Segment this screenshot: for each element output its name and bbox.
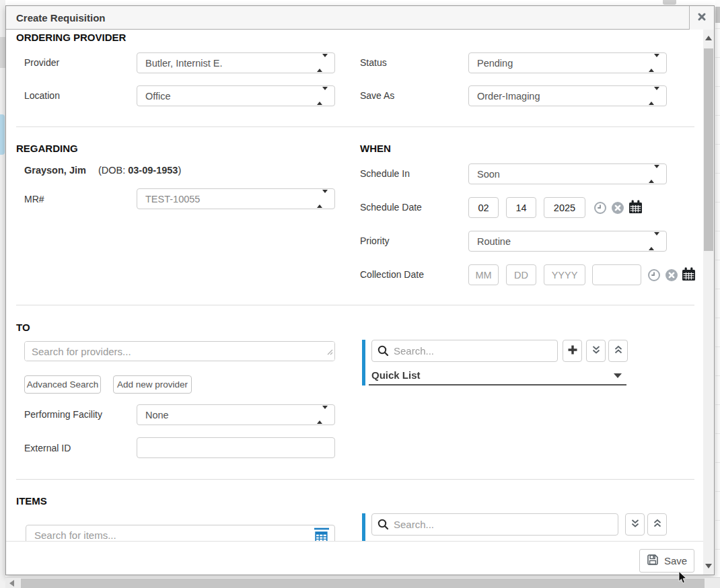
add-new-provider-button[interactable]: Add new provider — [113, 375, 192, 394]
save-icon — [647, 554, 659, 568]
to-heading: TO — [16, 322, 30, 333]
schedule-in-select[interactable]: Soon — [468, 163, 667, 184]
performing-facility-select[interactable]: None — [137, 404, 335, 425]
schedule-in-select-value: Soon — [477, 169, 500, 180]
schedule-date-day-input[interactable] — [506, 197, 536, 218]
items-quick-search-input[interactable] — [371, 513, 618, 536]
dialog-header: Create Requisition — [6, 6, 714, 30]
priority-label: Priority — [360, 235, 390, 246]
section-divider — [16, 305, 694, 305]
background-fragment — [715, 7, 720, 23]
dob-value: 03-09-1953 — [128, 165, 178, 176]
save-as-label: Save As — [360, 90, 394, 101]
provider-select[interactable]: Butler, Internist E. — [137, 52, 335, 73]
double-chevron-down-icon — [591, 344, 602, 358]
status-select-value: Pending — [477, 58, 513, 69]
to-panel-accent-bar — [362, 340, 365, 385]
save-button[interactable]: Save — [639, 549, 694, 573]
items-table-icon[interactable] — [314, 527, 330, 541]
horizontal-scrollbar-thumb[interactable] — [21, 579, 705, 588]
to-expand-all-button[interactable] — [586, 340, 606, 362]
mouse-cursor — [678, 571, 688, 587]
provider-select-value: Butler, Internist E. — [145, 58, 222, 69]
schedule-date-calendar-icon[interactable] — [628, 200, 643, 217]
add-provider-to-list-button[interactable] — [563, 340, 582, 362]
provider-search-textarea[interactable] — [24, 341, 335, 361]
search-icon — [377, 345, 389, 359]
advanced-search-button[interactable]: Advanced Search — [24, 375, 101, 394]
section-divider — [16, 479, 694, 480]
dob-close: ) — [178, 165, 181, 176]
horizontal-scrollbar[interactable] — [5, 577, 720, 588]
ordering-provider-heading: ORDERING PROVIDER — [16, 32, 126, 43]
to-collapse-all-button[interactable] — [608, 340, 628, 362]
save-label: Save — [664, 555, 687, 566]
quick-list-caret-icon[interactable] — [614, 373, 622, 378]
collection-date-clock-icon[interactable] — [647, 268, 661, 285]
select-caret-icon — [649, 235, 659, 248]
status-select[interactable]: Pending — [468, 52, 667, 73]
items-expand-all-button[interactable] — [625, 513, 645, 536]
select-caret-icon — [317, 409, 328, 421]
background-page-right — [715, 0, 720, 588]
to-quick-search — [371, 340, 558, 362]
schedule-in-label: Schedule In — [360, 168, 410, 179]
external-id-input[interactable] — [137, 437, 335, 458]
close-button[interactable] — [689, 6, 714, 30]
search-icon — [377, 519, 389, 533]
external-id-label: External ID — [24, 443, 71, 453]
select-caret-icon — [317, 90, 328, 102]
quick-list-label: Quick List — [371, 369, 421, 381]
advanced-search-label: Advanced Search — [27, 379, 99, 390]
add-new-provider-label: Add new provider — [117, 379, 188, 390]
schedule-date-month-input[interactable] — [468, 197, 499, 218]
items-heading: ITEMS — [16, 495, 47, 507]
scrollbar-thumb[interactable] — [704, 48, 713, 251]
modal-vertical-scrollbar[interactable] — [703, 30, 714, 575]
scroll-left-arrow[interactable] — [9, 580, 14, 587]
select-caret-icon — [649, 168, 659, 180]
double-chevron-down-icon — [630, 518, 641, 531]
collection-date-year-input[interactable] — [544, 264, 585, 285]
resize-handle-icon[interactable] — [327, 346, 333, 358]
collection-date-day-input[interactable] — [506, 264, 536, 285]
scroll-down-arrow[interactable] — [705, 564, 712, 568]
collection-date-month-input[interactable] — [468, 264, 499, 285]
to-quick-search-input[interactable] — [371, 340, 558, 362]
background-toolbar-fragment — [0, 37, 5, 68]
select-caret-icon — [649, 90, 659, 102]
save-as-select-value: Order-Imaging — [477, 91, 540, 102]
items-search-input[interactable] — [26, 525, 335, 541]
status-label: Status — [360, 57, 387, 68]
performing-facility-label: Performing Facility — [24, 409, 102, 420]
page: Create Requisition ORDERING PROVIDER Pro… — [0, 0, 720, 588]
double-chevron-up-icon — [652, 518, 663, 531]
collection-date-calendar-icon[interactable] — [682, 267, 696, 284]
schedule-date-label: Schedule Date — [360, 202, 422, 213]
priority-select-value: Routine — [477, 236, 511, 247]
close-icon — [696, 11, 707, 25]
background-fragment-top — [663, 0, 676, 5]
priority-select[interactable]: Routine — [468, 231, 667, 252]
mr-select[interactable]: TEST-10055 — [137, 188, 335, 209]
dialog-title: Create Requisition — [16, 6, 106, 30]
patient-info-line: Grayson, Jim (DOB: 03-09-1953) — [24, 165, 181, 176]
patient-name: Grayson, Jim — [24, 165, 86, 176]
location-select[interactable]: Office — [137, 85, 335, 106]
items-collapse-all-button[interactable] — [647, 513, 667, 536]
when-heading: WHEN — [360, 143, 391, 154]
collection-date-time-input[interactable] — [592, 264, 641, 285]
scroll-up-arrow[interactable] — [705, 36, 712, 40]
collection-date-label: Collection Date — [360, 269, 424, 280]
double-chevron-up-icon — [613, 344, 624, 358]
select-caret-icon — [649, 57, 659, 69]
provider-search-area — [24, 341, 335, 361]
collection-date-clear-icon[interactable] — [665, 268, 678, 285]
schedule-date-year-input[interactable] — [544, 197, 585, 218]
save-as-select[interactable]: Order-Imaging — [468, 85, 667, 106]
location-label: Location — [24, 90, 60, 101]
schedule-date-clear-icon[interactable] — [611, 201, 624, 217]
schedule-date-clock-icon[interactable] — [593, 201, 607, 217]
select-caret-icon — [317, 57, 328, 69]
footer-divider — [6, 541, 703, 542]
